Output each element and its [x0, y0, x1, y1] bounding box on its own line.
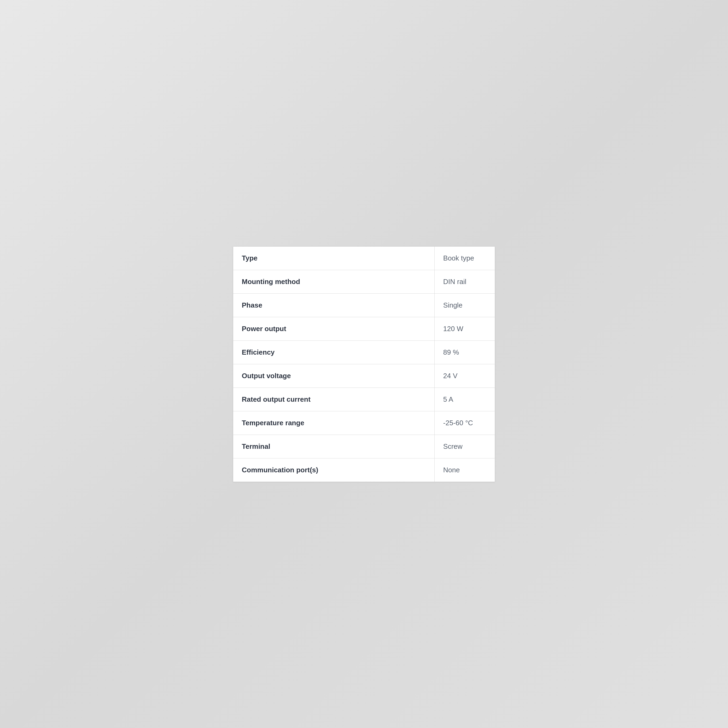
- cell-label-1: Mounting method: [233, 270, 434, 294]
- table-row: Efficiency89 %: [233, 341, 495, 364]
- cell-value-4: 89 %: [434, 341, 495, 364]
- cell-label-2: Phase: [233, 294, 434, 317]
- cell-label-4: Efficiency: [233, 341, 434, 364]
- cell-value-0: Book type: [434, 246, 495, 270]
- table-row: Power output120 W: [233, 317, 495, 341]
- cell-value-6: 5 A: [434, 388, 495, 411]
- cell-value-1: DIN rail: [434, 270, 495, 294]
- cell-value-7: -25-60 °C: [434, 411, 495, 434]
- table-row: Output voltage24 V: [233, 364, 495, 388]
- cell-label-7: Temperature range: [233, 411, 434, 434]
- cell-value-2: Single: [434, 294, 495, 317]
- table-row: Temperature range-25-60 °C: [233, 411, 495, 435]
- cell-label-8: Terminal: [233, 435, 434, 458]
- table-row: Communication port(s)None: [233, 459, 495, 482]
- table-row: TerminalScrew: [233, 435, 495, 459]
- specs-table: TypeBook typeMounting methodDIN railPhas…: [233, 246, 495, 482]
- table-row: Rated output current5 A: [233, 388, 495, 411]
- cell-value-5: 24 V: [434, 364, 495, 387]
- cell-label-5: Output voltage: [233, 364, 434, 387]
- table-row: TypeBook type: [233, 246, 495, 270]
- cell-label-3: Power output: [233, 317, 434, 341]
- table-row: Mounting methodDIN rail: [233, 270, 495, 294]
- table-row: PhaseSingle: [233, 294, 495, 317]
- cell-label-6: Rated output current: [233, 388, 434, 411]
- cell-label-0: Type: [233, 246, 434, 270]
- cell-value-8: Screw: [434, 435, 495, 458]
- cell-label-9: Communication port(s): [233, 459, 434, 482]
- cell-value-9: None: [434, 459, 495, 482]
- cell-value-3: 120 W: [434, 317, 495, 341]
